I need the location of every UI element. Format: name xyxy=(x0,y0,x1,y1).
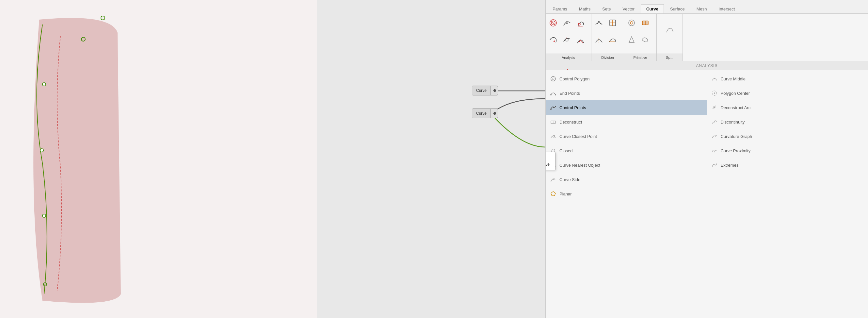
subheader-text: ANALYSIS xyxy=(696,63,718,68)
menu-item-deconstruct-arc[interactable]: Deconstruct Arc xyxy=(707,100,868,115)
svg-point-12 xyxy=(566,38,568,41)
menu-label-curvature-graph: Curvature Graph xyxy=(721,134,752,139)
primitive-icon-4[interactable] xyxy=(639,32,651,48)
tab-maths[interactable]: Maths xyxy=(574,4,596,13)
control-polygon-icon xyxy=(550,75,557,82)
primitive-group: Primitive xyxy=(624,14,657,61)
division-icon-1[interactable] xyxy=(593,15,605,31)
menu-label-deconstruct-arc: Deconstruct Arc xyxy=(721,105,751,110)
menu-item-discontinuity[interactable]: Discontinuity xyxy=(707,115,868,129)
tooltip-title: Control Points xyxy=(546,155,551,161)
tooltip-description: Extract the nurbs control points and kno… xyxy=(546,162,551,167)
tab-sets[interactable]: Sets xyxy=(597,4,616,13)
svg-point-2 xyxy=(42,83,46,86)
menu-item-control-polygon[interactable]: Control Polygon xyxy=(546,71,707,86)
menu-label-closed: Closed xyxy=(559,148,572,153)
analysis-label: Analysis xyxy=(546,54,591,61)
tab-surface[interactable]: Surface xyxy=(664,4,690,13)
svg-point-3 xyxy=(40,149,43,152)
svg-point-38 xyxy=(553,107,554,108)
menu-item-curve-closest[interactable]: Curve Closest Point xyxy=(546,129,707,143)
subheader: ANALYSIS xyxy=(546,61,868,70)
menu-area: Control Polygon End Points xyxy=(546,70,868,318)
menu-label-extremes: Extremes xyxy=(721,163,739,168)
primitive-label: Primitive xyxy=(624,54,656,61)
curve-side-icon xyxy=(550,176,557,183)
svg-point-34 xyxy=(552,78,554,80)
menu-item-closed[interactable]: Closed xyxy=(546,143,707,158)
primitive-icon-2[interactable] xyxy=(639,15,651,31)
curve-proximity-icon xyxy=(711,147,718,154)
analysis-icon-2[interactable] xyxy=(561,15,573,31)
svg-point-48 xyxy=(714,92,715,94)
tab-vector[interactable]: Vector xyxy=(617,4,640,13)
analysis-icon-1[interactable] xyxy=(547,15,559,31)
curvature-graph-icon xyxy=(711,133,718,140)
control-points-icon xyxy=(550,104,557,111)
icon-toolbar: Analysis xyxy=(546,14,868,61)
menu-item-curve-nearest[interactable]: Curve Nearest Object xyxy=(546,158,707,172)
menu-right-column: Curve Middle Polygon Center xyxy=(707,70,868,318)
analysis-icon-3[interactable] xyxy=(575,15,587,31)
polygon-center-icon xyxy=(711,90,718,97)
menu-item-polygon-center[interactable]: Polygon Center xyxy=(707,86,868,100)
svg-point-33 xyxy=(551,77,556,81)
svg-marker-45 xyxy=(551,192,556,196)
menu-item-extremes[interactable]: Extremes xyxy=(707,158,868,172)
menu-label-curve-proximity: Curve Proximity xyxy=(721,148,751,153)
menu-label-curve-closest: Curve Closest Point xyxy=(559,134,597,139)
menu-item-planar[interactable]: Planar xyxy=(546,186,707,201)
svg-point-37 xyxy=(550,109,552,110)
planar-icon xyxy=(550,190,557,197)
tab-curve[interactable]: Curve xyxy=(641,4,664,13)
menu-label-control-polygon: Control Polygon xyxy=(559,77,590,81)
menu-label-control-points: Control Points xyxy=(559,105,586,110)
curve-middle-icon xyxy=(711,75,718,82)
deconstruct-icon xyxy=(550,118,557,125)
svg-point-35 xyxy=(550,94,552,95)
division-label: Division xyxy=(591,54,624,61)
svg-point-30 xyxy=(630,22,633,24)
menu-item-curve-middle[interactable]: Curve Middle xyxy=(707,71,868,86)
curve-closest-icon xyxy=(550,133,557,140)
extremes-icon xyxy=(711,162,718,169)
primitive-icon-1[interactable] xyxy=(625,15,638,31)
menu-label-planar: Planar xyxy=(559,192,572,196)
menu-item-control-points[interactable]: Control Points xyxy=(546,100,707,115)
analysis-icon-5[interactable] xyxy=(561,32,573,48)
division-icon-3[interactable] xyxy=(593,32,605,48)
spline-label: Sp... xyxy=(657,54,683,61)
node-editor: Curve Curve Rail Sections Miter xyxy=(317,0,545,318)
spline-icon-1[interactable] xyxy=(663,23,676,38)
svg-point-39 xyxy=(555,106,556,107)
menu-item-end-points[interactable]: End Points xyxy=(546,86,707,100)
menu-left-column: Control Polygon End Points xyxy=(546,70,707,318)
curve2-node[interactable]: Curve xyxy=(472,109,498,118)
analysis-icon-6[interactable] xyxy=(575,32,587,48)
menu-item-curve-side[interactable]: Curve Side xyxy=(546,172,707,186)
spline-group: Sp... xyxy=(657,14,683,61)
curve1-node[interactable]: Curve xyxy=(472,86,498,95)
division-group: Division xyxy=(591,14,624,61)
menu-label-curve-middle: Curve Middle xyxy=(721,77,746,81)
tab-mesh[interactable]: Mesh xyxy=(691,4,713,13)
tab-params[interactable]: Params xyxy=(547,4,573,13)
menu-item-deconstruct[interactable]: Deconstruct xyxy=(546,115,707,129)
curve2-label: Curve xyxy=(472,109,491,118)
menu-item-curvature-graph[interactable]: Curvature Graph xyxy=(707,129,868,143)
curve1-label: Curve xyxy=(472,86,491,95)
menu-label-end-points: End Points xyxy=(559,91,580,96)
tooltip-popup: Control Points Extract the nurbs control… xyxy=(546,152,556,170)
menu-label-polygon-center: Polygon Center xyxy=(721,91,750,96)
svg-point-46 xyxy=(714,78,715,79)
division-icon-2[interactable] xyxy=(607,15,619,31)
svg-point-36 xyxy=(555,94,556,95)
svg-point-21 xyxy=(597,23,598,24)
division-icon-4[interactable] xyxy=(607,32,619,48)
analysis-icon-4[interactable] xyxy=(547,32,559,48)
svg-point-50 xyxy=(714,107,715,108)
menu-item-curve-proximity[interactable]: Curve Proximity xyxy=(707,143,868,158)
tab-intersect[interactable]: Intersect xyxy=(713,4,741,13)
primitive-icon-3[interactable] xyxy=(625,32,638,48)
tabs-row: Params Maths Sets Vector Curve Surface M… xyxy=(546,0,868,14)
